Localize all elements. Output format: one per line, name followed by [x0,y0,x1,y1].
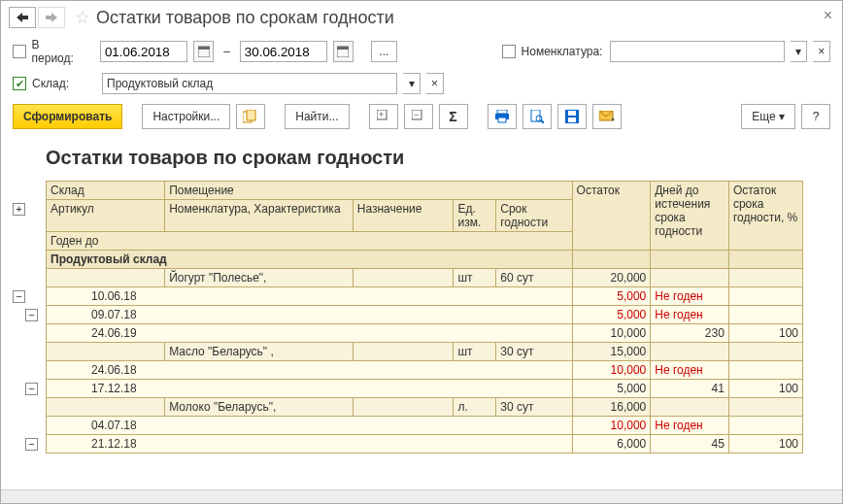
table-row[interactable]: Йогурт "Полесье",шт60 сут20,000 [47,269,803,287]
col-nomenclature: Номенклатура, Характеристика [165,200,354,232]
expand-button[interactable]: + [13,203,25,216]
sum-icon[interactable]: Σ [439,104,468,129]
collapse-button[interactable]: − [25,383,38,395]
table-row[interactable]: 09.07.185,000Не годен [47,306,803,324]
svg-text:−: − [414,110,419,119]
table-row[interactable]: 21.12.186,00045100 [47,435,803,454]
table-row[interactable]: 17.12.185,00041100 [47,380,803,398]
more-button[interactable]: Еще ▾ [741,104,795,129]
nomenclature-checkbox[interactable] [502,45,516,58]
nomenclature-label: Номенклатура: [522,45,603,58]
chevron-down-icon[interactable]: ▾ [791,41,808,62]
find-button[interactable]: Найти... [285,104,349,129]
clear-icon[interactable]: × [813,41,830,62]
date-separator: – [223,45,230,58]
col-article: Артикул [47,200,165,232]
col-unit: Ед. изм. [454,200,496,232]
svg-rect-3 [337,47,349,50]
period-select-button[interactable]: ... [371,41,397,62]
forward-button[interactable] [38,7,65,28]
variants-icon[interactable] [236,104,265,129]
col-days: Дней до истечения срока годности [651,182,729,251]
col-shelflife: Срок годности [496,200,572,232]
warehouse-label: Склад: [32,77,69,90]
warehouse-input[interactable]: Продуктовый склад [102,73,397,94]
col-purpose: Назначение [353,200,454,232]
date-to-input[interactable] [240,41,327,62]
window-title: Остатки товаров по срокам годности [96,8,394,28]
table-row[interactable]: 24.06.1810,000Не годен [47,361,803,380]
expand-groups-icon[interactable]: + [369,104,398,129]
report-title: Остатки товаров по срокам годности [46,147,830,169]
calendar-icon[interactable] [333,41,354,62]
period-checkbox[interactable] [13,45,26,58]
col-pct: Остаток срока годности, % [728,182,802,251]
close-button[interactable]: × [824,7,832,24]
date-from-input[interactable] [100,41,187,62]
col-validuntil: Годен до [47,232,573,251]
warehouse-checkbox[interactable]: ✔ [13,77,26,90]
svg-rect-5 [247,110,255,120]
svg-rect-17 [568,111,576,116]
collapse-button[interactable]: − [25,438,38,451]
calendar-icon[interactable] [193,41,214,62]
save-icon[interactable] [557,104,587,129]
col-room: Помещение [165,182,572,200]
star-icon[interactable]: ☆ [75,7,90,28]
collapse-button[interactable]: − [13,290,25,303]
email-icon[interactable] [592,104,622,129]
run-report-button[interactable]: Сформировать [13,104,122,129]
report-table: Склад Помещение Остаток Дней до истечени… [46,181,803,454]
table-row[interactable]: 10.06.185,000Не годен [47,287,803,306]
preview-icon[interactable] [523,104,552,129]
table-row[interactable]: Масло "Беларусь" ,шт30 сут15,000 [47,343,803,361]
table-row[interactable]: 04.07.1810,000Не годен [47,417,803,435]
back-button[interactable] [9,7,36,28]
svg-line-15 [541,120,544,123]
horizontal-scrollbar[interactable] [1,489,842,503]
chevron-down-icon[interactable]: ▾ [403,73,421,94]
svg-rect-1 [198,47,210,50]
table-row[interactable]: Молоко "Беларусь",л.30 сут16,000 [47,398,803,417]
table-row[interactable]: Продуктовый склад [47,251,803,269]
svg-text:+: + [379,110,384,119]
svg-rect-18 [568,118,576,122]
collapse-button[interactable]: − [25,309,38,321]
clear-icon[interactable]: × [426,73,444,94]
col-balance: Остаток [572,182,651,251]
report-area[interactable]: Остатки товаров по срокам годности + − −… [1,135,842,489]
settings-button[interactable]: Настройки... [142,104,230,129]
svg-rect-12 [498,118,506,122]
collapse-groups-icon[interactable]: − [404,104,433,129]
help-button[interactable]: ? [801,104,830,129]
table-row[interactable]: 24.06.1910,000230100 [47,324,803,343]
nomenclature-input[interactable] [610,41,784,62]
period-label: В период: [32,38,84,65]
col-warehouse: Склад [47,182,165,200]
print-icon[interactable] [488,104,517,129]
svg-rect-10 [497,110,507,114]
